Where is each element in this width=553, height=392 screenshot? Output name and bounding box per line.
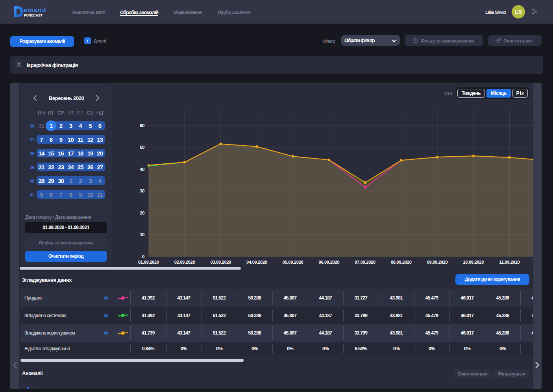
svg-text:03.09.2020: 03.09.2020	[210, 260, 231, 264]
svg-text:09.09.2020: 09.09.2020	[427, 260, 448, 264]
svg-text:emand: emand	[24, 7, 47, 13]
svg-text:40: 40	[140, 167, 144, 172]
svg-text:11.09.2020: 11.09.2020	[499, 260, 520, 264]
svg-text:08.09.2020: 08.09.2020	[391, 260, 412, 264]
svg-text:50: 50	[140, 145, 144, 150]
svg-text:20: 20	[140, 211, 144, 215]
svg-text:60: 60	[140, 123, 144, 128]
svg-text:0: 0	[142, 254, 144, 259]
svg-text:FORECAST: FORECAST	[24, 13, 43, 17]
svg-text:02.09.2020: 02.09.2020	[174, 260, 195, 264]
svg-text:05.09.2020: 05.09.2020	[283, 260, 303, 264]
svg-text:06.09.2020: 06.09.2020	[319, 260, 340, 264]
svg-text:04.09.2020: 04.09.2020	[246, 260, 267, 264]
svg-text:10.09.2020: 10.09.2020	[463, 260, 484, 264]
svg-text:07.09.2020: 07.09.2020	[355, 260, 375, 264]
svg-text:10: 10	[140, 232, 144, 237]
svg-text:01.09.2020: 01.09.2020	[138, 260, 159, 264]
svg-text:30: 30	[140, 189, 144, 193]
